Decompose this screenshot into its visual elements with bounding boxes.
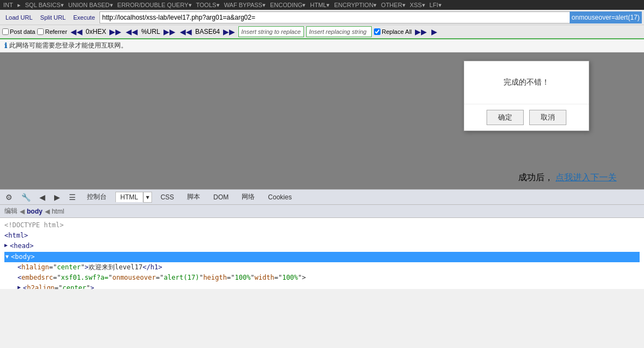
tab-cookies[interactable]: Cookies xyxy=(264,192,296,202)
nav-int: INT xyxy=(3,2,13,8)
code-line-h2: ▶ <h2 align="center" > xyxy=(4,283,640,289)
tab-dom[interactable]: DOM xyxy=(209,192,233,202)
code-line-html: <html> xyxy=(4,231,640,241)
replace-all-checkbox[interactable] xyxy=(374,28,380,35)
nav-xss: XSS▾ xyxy=(410,2,425,9)
base64-left-arrow[interactable]: ◀◀ xyxy=(179,27,193,36)
dialog-footer: 确定 取消 xyxy=(464,104,589,131)
breadcrumb-edit: 编辑 xyxy=(4,207,17,216)
tab-html-dropdown[interactable]: ▾ xyxy=(143,192,152,203)
tab-console[interactable]: 控制台 xyxy=(83,191,111,203)
tab-html-group: HTML ▾ xyxy=(115,192,152,203)
hex-right-arrow[interactable]: ▶▶ xyxy=(108,27,122,36)
nav-union: UNION BASED▾ xyxy=(68,2,113,9)
devtools-nav-forward[interactable]: ▶ xyxy=(52,192,62,203)
breadcrumb-body[interactable]: body xyxy=(27,208,43,215)
toolbar-row2: Post data Referrer ◀◀ 0xHEX ▶▶ ◀◀ %URL ▶… xyxy=(0,25,644,39)
code-line-h1: <h1 align="center" > 欢迎来到level17 </h1> xyxy=(4,262,640,273)
devtools-list[interactable]: ☰ xyxy=(67,192,78,203)
breadcrumb-html[interactable]: html xyxy=(52,208,65,215)
post-data-checkbox[interactable] xyxy=(2,28,9,35)
nav-html: HTML▾ xyxy=(310,2,330,9)
base64-label: BASE64 xyxy=(195,28,220,36)
code-line-doctype: <!DOCTYPE html> xyxy=(4,220,640,231)
devtools-icon2[interactable]: 🔧 xyxy=(19,192,33,203)
replace-extra-arrow[interactable]: ▶ xyxy=(430,27,438,36)
replace-all-label[interactable]: Replace All xyxy=(374,28,412,35)
nav-encryption: ENCRYPTION▾ xyxy=(334,2,377,9)
h2-expand[interactable]: ▶ xyxy=(17,283,21,289)
info-message: 此网络可能需要您登录才能使用互联网。 xyxy=(9,41,127,50)
dialog-body: 完成的不错！ xyxy=(464,61,589,104)
dialog-box: 完成的不错！ 确定 取消 xyxy=(464,61,589,131)
code-line-head: ▶ <head> xyxy=(4,241,640,251)
hex-left-arrow[interactable]: ◀◀ xyxy=(69,27,84,36)
success-text: 成功后， xyxy=(518,173,553,182)
url-input[interactable] xyxy=(99,11,571,23)
split-url-button[interactable]: Split URL xyxy=(37,13,69,22)
code-view: <!DOCTYPE html> <html> ▶ <head> ▼ <body>… xyxy=(0,218,644,289)
replace-right-arrow[interactable]: ▶▶ xyxy=(414,27,428,36)
base64-right-arrow[interactable]: ▶▶ xyxy=(222,27,236,36)
dialog-cancel-button[interactable]: 取消 xyxy=(529,110,566,125)
body-expand[interactable]: ▼ xyxy=(5,252,9,261)
breadcrumb-bar: 编辑 ◀ body ◀ html xyxy=(0,205,644,218)
code-line-body: ▼ <body> xyxy=(4,252,640,262)
nav-sql: SQL BASICS▾ xyxy=(25,2,64,9)
devtools-panel: ⚙ 🔧 ◀ ▶ ☰ 控制台 HTML ▾ CSS 脚本 DOM 网络 Cooki… xyxy=(0,189,644,289)
code-line-embed: <embed src="xsf01.swf?a=" onmouseover="a… xyxy=(4,273,640,283)
hex-label: 0xHEX xyxy=(86,28,106,36)
url-highlight: onmouseover=alert(17) xyxy=(570,11,642,23)
nav-tools: TOOLS▾ xyxy=(196,2,220,9)
devtools-toolbar: ⚙ 🔧 ◀ ▶ ☰ 控制台 HTML ▾ CSS 脚本 DOM 网络 Cooki… xyxy=(0,190,644,205)
nav-lfi: LFI▾ xyxy=(430,2,442,9)
tab-css[interactable]: CSS xyxy=(156,192,179,202)
tab-script[interactable]: 脚本 xyxy=(183,191,204,203)
dialog-confirm-button[interactable]: 确定 xyxy=(487,110,524,125)
referrer-label[interactable]: Referrer xyxy=(37,28,67,35)
url-left-arrow[interactable]: ◀◀ xyxy=(125,27,139,36)
info-bar: ℹ 此网络可能需要您登录才能使用互联网。 xyxy=(0,39,644,52)
insert-replacing-input[interactable] xyxy=(306,26,372,37)
main-content: 欢迎来到level17 完成的不错！ 确定 取消 成功后， 点我进入下一关 xyxy=(0,52,644,189)
devtools-nav-back[interactable]: ◀ xyxy=(37,192,48,203)
nav-other: OTHER▾ xyxy=(381,2,406,9)
insert-string-input[interactable] xyxy=(238,26,304,37)
top-nav-bar: INT ▸ SQL BASICS▾ UNION BASED▾ ERROR/DOU… xyxy=(0,0,644,10)
execute-button[interactable]: Execute xyxy=(70,13,98,22)
dialog-message: 完成的不错！ xyxy=(504,78,549,86)
nav-sep: ▸ xyxy=(17,2,21,9)
toolbar-row1: Load URL Split URL Execute onmouseover=a… xyxy=(0,10,644,25)
post-data-label[interactable]: Post data xyxy=(2,28,35,35)
referrer-checkbox[interactable] xyxy=(37,28,44,35)
url-right-arrow[interactable]: ▶▶ xyxy=(162,27,177,36)
nav-error: ERROR/DOUBLE QUERY▾ xyxy=(118,2,192,9)
nav-waf: WAF BYPASS▾ xyxy=(224,2,266,9)
load-url-button[interactable]: Load URL xyxy=(2,13,36,22)
head-expand[interactable]: ▶ xyxy=(4,241,8,250)
tab-html[interactable]: HTML xyxy=(115,192,143,202)
info-icon: ℹ xyxy=(4,42,7,50)
success-bar: 成功后， 点我进入下一关 xyxy=(518,172,617,184)
devtools-icon1[interactable]: ⚙ xyxy=(3,192,15,203)
tab-network[interactable]: 网络 xyxy=(237,191,259,203)
url-label: %URL xyxy=(141,28,160,36)
nav-encoding: ENCODING▾ xyxy=(270,2,306,9)
next-level-link[interactable]: 点我进入下一关 xyxy=(555,173,617,182)
